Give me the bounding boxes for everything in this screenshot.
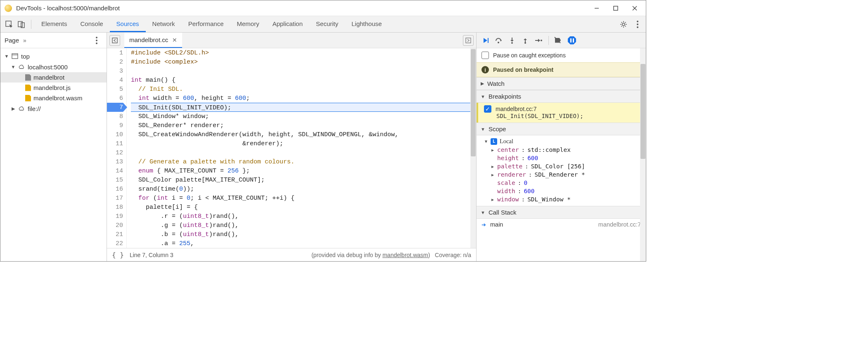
editor-file-tab[interactable]: mandelbrot.cc ✕	[124, 33, 182, 48]
tree-top[interactable]: ▼ top	[0, 51, 107, 61]
editor-tabbar: mandelbrot.cc ✕	[107, 33, 476, 48]
svg-rect-5	[18, 21, 22, 27]
line-gutter[interactable]: 12345678910111213141516171819202122	[107, 48, 127, 248]
tab-elements[interactable]: Elements	[35, 16, 74, 32]
tree-file-mandelbrot-wasm[interactable]: mandelbrot.wasm	[0, 93, 107, 103]
step-out-button[interactable]	[519, 35, 531, 46]
pause-on-exceptions-button[interactable]	[566, 35, 578, 46]
expand-icon[interactable]: ▶	[491, 164, 495, 169]
expand-icon[interactable]: ▶	[481, 81, 484, 86]
inspect-element-icon[interactable]	[3, 18, 15, 31]
resume-button[interactable]	[480, 35, 491, 46]
step-button[interactable]	[533, 35, 544, 46]
navigator-menu-icon[interactable]	[91, 35, 102, 46]
debugger-content: Pause on caught exceptions i Paused on b…	[477, 48, 646, 261]
code-content[interactable]: #include <SDL2/SDL.h>#include <complex>i…	[127, 48, 476, 248]
expand-icon[interactable]: ▶	[491, 197, 495, 202]
panel-tabs: Elements Console Sources Network Perform…	[35, 16, 389, 32]
tab-lighthouse[interactable]: Lighthouse	[345, 16, 388, 32]
debugger-scrollbar[interactable]	[640, 48, 646, 261]
deactivate-breakpoints-button[interactable]	[553, 35, 564, 46]
expand-icon[interactable]: ▶	[491, 172, 495, 177]
tab-security[interactable]: Security	[309, 16, 345, 32]
editor-panel: mandelbrot.cc ✕ 123456789101112131415161…	[107, 33, 477, 261]
device-toolbar-icon[interactable]	[15, 18, 28, 31]
navigate-back-icon[interactable]	[109, 35, 120, 46]
breakpoints-section-header[interactable]: ▼ Breakpoints	[477, 90, 646, 103]
scope-local-group[interactable]: ▼ L Local	[477, 137, 646, 146]
step-into-button[interactable]	[506, 35, 518, 46]
breakpoint-checkbox[interactable]: ✓	[484, 105, 491, 113]
callstack-frame[interactable]: ➔ main mandelbrot.cc:7	[477, 219, 646, 230]
provided-suffix: )	[428, 252, 430, 258]
expand-icon[interactable]: ▼	[11, 64, 15, 69]
info-icon: i	[481, 66, 489, 73]
tab-performance[interactable]: Performance	[182, 16, 230, 32]
window-close-button[interactable]	[625, 2, 644, 14]
expand-icon[interactable]	[491, 189, 495, 194]
settings-gear-icon[interactable]	[618, 19, 629, 30]
provided-link[interactable]: mandelbrot.wasm	[382, 252, 428, 258]
coverage-status: Coverage: n/a	[435, 252, 471, 258]
tree-file-mandelbrot[interactable]: mandelbrot	[0, 72, 107, 83]
svg-rect-1	[614, 6, 618, 10]
watch-section-header[interactable]: ▶ Watch	[477, 77, 646, 90]
pause-on-caught-row[interactable]: Pause on caught exceptions	[477, 48, 646, 62]
close-tab-icon[interactable]: ✕	[172, 37, 177, 43]
svg-point-13	[498, 42, 499, 43]
scope-variable[interactable]: width: 600	[477, 187, 646, 195]
cloud-icon	[18, 105, 25, 112]
tree-label: mandelbrot	[33, 74, 64, 81]
devtools-window: DevTools - localhost:5000/mandelbrot Ele…	[0, 0, 646, 262]
tab-application[interactable]: Application	[266, 16, 309, 32]
scroll-thumb[interactable]	[640, 64, 645, 159]
tree-file-mandelbrot-js[interactable]: mandelbrot.js	[0, 83, 107, 93]
var-name: scale	[497, 180, 515, 186]
tree-file-proto[interactable]: ▶ file://	[0, 103, 107, 114]
pause-on-caught-label: Pause on caught exceptions	[493, 52, 566, 59]
titlebar: DevTools - localhost:5000/mandelbrot	[0, 0, 646, 16]
scope-variable[interactable]: ▶window: SDL_Window *	[477, 195, 646, 203]
navigator-tab-page[interactable]: Page	[5, 37, 19, 44]
separator	[548, 36, 549, 45]
tab-network[interactable]: Network	[146, 16, 182, 32]
window-maximize-button[interactable]	[606, 2, 625, 14]
expand-icon[interactable]	[491, 156, 495, 161]
breakpoint-item[interactable]: ✓ mandelbrot.cc:7 SDL_Init(SDL_INIT_VIDE…	[477, 103, 646, 123]
scope-variable[interactable]: ▶renderer: SDL_Renderer *	[477, 170, 646, 179]
var-name: height	[497, 155, 519, 161]
scope-variable[interactable]: height: 600	[477, 154, 646, 162]
step-over-button[interactable]	[493, 35, 505, 46]
expand-icon[interactable]: ▼	[481, 127, 485, 132]
expand-icon[interactable]: ▼	[481, 94, 485, 99]
tab-sources[interactable]: Sources	[110, 16, 146, 32]
scope-group-label: Local	[500, 138, 513, 145]
window-minimize-button[interactable]	[587, 2, 606, 14]
status-right: (provided via debug info by mandelbrot.w…	[311, 252, 471, 258]
expand-icon[interactable]: ▼	[5, 54, 9, 59]
scope-variable[interactable]: ▶center: std::complex	[477, 146, 646, 154]
run-snippet-icon[interactable]	[463, 35, 474, 46]
expand-icon[interactable]: ▶	[11, 106, 15, 111]
pause-on-caught-checkbox[interactable]	[481, 52, 489, 59]
expand-icon[interactable]: ▶	[491, 148, 495, 152]
tree-host[interactable]: ▼ localhost:5000	[0, 61, 107, 72]
expand-icon[interactable]: ▼	[481, 210, 485, 215]
tab-console[interactable]: Console	[74, 16, 110, 32]
devtools-favicon-icon	[5, 5, 12, 12]
navigator-panel: Page » ▼ top ▼	[0, 33, 107, 261]
tab-memory[interactable]: Memory	[230, 16, 266, 32]
scroll-thumb[interactable]	[471, 49, 476, 156]
pretty-print-icon[interactable]: { }	[112, 251, 124, 259]
code-area[interactable]: 12345678910111213141516171819202122 #inc…	[107, 48, 476, 248]
scope-variable[interactable]: ▶palette: SDL_Color [256]	[477, 162, 646, 170]
scope-variable[interactable]: scale: 0	[477, 179, 646, 187]
tree-label: mandelbrot.wasm	[33, 94, 82, 102]
scope-section-header[interactable]: ▼ Scope	[477, 123, 646, 135]
svg-point-14	[511, 42, 513, 44]
editor-scrollbar[interactable]	[470, 48, 476, 248]
callstack-section-header[interactable]: ▼ Call Stack	[477, 206, 646, 219]
more-menu-icon[interactable]	[632, 19, 643, 30]
navigator-more-tabs-icon[interactable]: »	[23, 37, 26, 44]
expand-icon[interactable]	[491, 181, 495, 185]
